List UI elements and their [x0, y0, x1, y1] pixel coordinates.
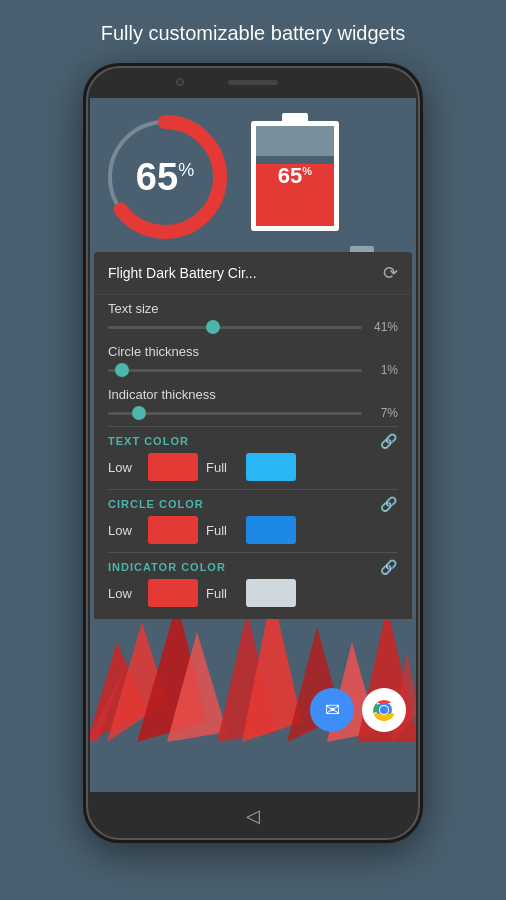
phone-bottom-nav: ◁ — [86, 792, 420, 840]
indicator-color-link-icon[interactable]: 🔗 — [380, 559, 398, 575]
circle-color-full-label: Full — [206, 523, 238, 538]
circle-color-title: CIRCLE COLOR 🔗 — [108, 496, 398, 512]
text-color-low-swatch[interactable] — [148, 453, 198, 481]
indicator-color-low-label: Low — [108, 586, 140, 601]
phone-screen: 65% — [90, 98, 416, 792]
right-widgets: 65% — [240, 112, 406, 242]
circle-color-link-icon[interactable]: 🔗 — [380, 496, 398, 512]
phone-frame: 65% — [83, 63, 423, 843]
text-color-link-icon[interactable]: 🔗 — [380, 433, 398, 449]
circle-color-low-swatch[interactable] — [148, 516, 198, 544]
widgets-area: 65% — [90, 98, 416, 252]
text-color-section: TEXT COLOR 🔗 Low Full — [94, 429, 412, 487]
circle-thickness-label: Circle thickness — [108, 344, 398, 359]
indicator-thickness-value: 7% — [370, 406, 398, 420]
text-size-slider[interactable] — [108, 326, 362, 329]
indicator-thickness-slider[interactable] — [108, 412, 362, 415]
indicator-color-title: INDICATOR COLOR 🔗 — [108, 559, 398, 575]
text-size-row: Text size 41% — [94, 295, 412, 338]
text-color-full-label: Full — [206, 460, 238, 475]
phone-camera — [176, 78, 184, 86]
indicator-thickness-label: Indicator thickness — [108, 387, 398, 402]
circle-color-full-swatch[interactable] — [246, 516, 296, 544]
indicator-color-row: Low Full — [108, 579, 398, 607]
chrome-icon — [368, 694, 400, 726]
history-icon[interactable]: ⟳ — [383, 262, 398, 284]
phone-top-bar — [86, 66, 420, 98]
circle-thickness-row: Circle thickness 1% — [94, 338, 412, 381]
back-icon: ◁ — [246, 805, 260, 827]
circle-percent-text: 65% — [136, 156, 194, 199]
fab-chrome-button[interactable] — [362, 688, 406, 732]
panel-header: Flight Dark Battery Cir... ⟳ — [94, 252, 412, 295]
page-title: Fully customizable battery widgets — [101, 22, 406, 45]
fab-email-button[interactable]: ✉ — [310, 688, 354, 732]
indicator-color-full-label: Full — [206, 586, 238, 601]
battery-rect-widget-1: 65% — [240, 112, 350, 232]
text-color-title: TEXT COLOR 🔗 — [108, 433, 398, 449]
indicator-color-low-swatch[interactable] — [148, 579, 198, 607]
back-button[interactable]: ◁ — [241, 804, 265, 828]
text-size-value: 41% — [370, 320, 398, 334]
indicator-thickness-row: Indicator thickness 7% — [94, 381, 412, 424]
text-size-label: Text size — [108, 301, 398, 316]
circle-color-section: CIRCLE COLOR 🔗 Low Full — [94, 492, 412, 550]
text-color-row: Low Full — [108, 453, 398, 481]
circle-thickness-value: 1% — [370, 363, 398, 377]
panel-title: Flight Dark Battery Cir... — [108, 265, 257, 281]
indicator-color-section: INDICATOR COLOR 🔗 Low Full — [94, 555, 412, 619]
fab-area: ✉ — [310, 688, 406, 732]
circle-battery-widget: 65% — [100, 112, 230, 242]
text-color-low-label: Low — [108, 460, 140, 475]
text-color-full-swatch[interactable] — [246, 453, 296, 481]
indicator-color-full-swatch[interactable] — [246, 579, 296, 607]
circle-color-row: Low Full — [108, 516, 398, 544]
control-panel: Flight Dark Battery Cir... ⟳ Text size 4… — [94, 252, 412, 619]
svg-point-16 — [380, 706, 388, 714]
circle-thickness-slider[interactable] — [108, 369, 362, 372]
phone-speaker — [228, 80, 278, 85]
circle-color-low-label: Low — [108, 523, 140, 538]
email-icon: ✉ — [325, 699, 340, 721]
rect-battery-1-text: 65% — [278, 163, 312, 189]
